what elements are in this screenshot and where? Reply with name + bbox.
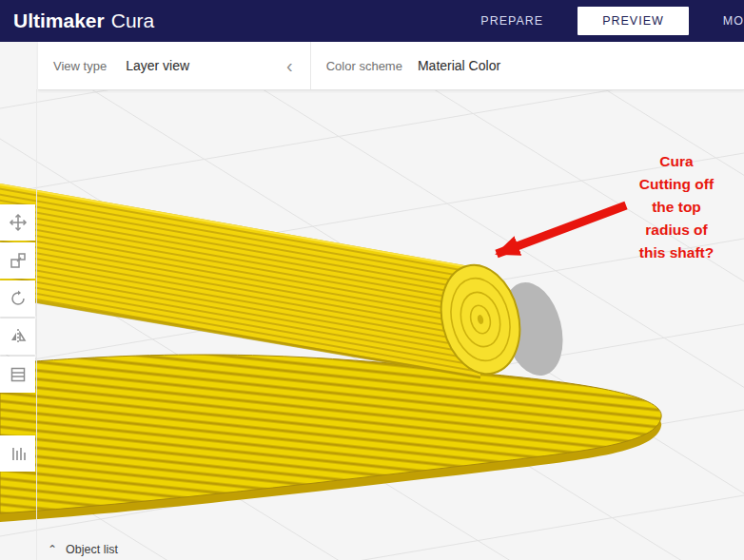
color-scheme-label: Color scheme bbox=[326, 59, 402, 73]
annotation-line: the top bbox=[609, 196, 744, 219]
tool-panel bbox=[0, 204, 36, 473]
app-header: UltimakerCura PREPARE PREVIEW MON bbox=[0, 0, 744, 42]
mirror-tool-button[interactable] bbox=[0, 319, 35, 355]
support-blocker-tool-button[interactable] bbox=[0, 435, 35, 472]
collapse-panel-chevron-icon[interactable]: ‹ bbox=[281, 56, 299, 75]
brand-cura: Cura bbox=[111, 10, 155, 31]
stage-tabs: PREPARE PREVIEW MON bbox=[477, 0, 744, 42]
view-type-label: View type bbox=[53, 59, 107, 73]
brand-ultimaker: Ultimaker bbox=[13, 10, 105, 31]
annotation-arrow bbox=[497, 205, 626, 254]
tab-prepare[interactable]: PREPARE bbox=[477, 7, 547, 35]
mirror-icon bbox=[9, 327, 28, 346]
app-logo: UltimakerCura bbox=[13, 10, 154, 32]
tab-preview[interactable]: PREVIEW bbox=[578, 7, 689, 35]
rotate-tool-button[interactable] bbox=[0, 280, 35, 317]
scale-icon bbox=[9, 251, 28, 270]
annotation-line: this shaft? bbox=[609, 241, 744, 264]
annotation-line: radius of bbox=[609, 219, 744, 241]
view-bar-divider bbox=[310, 42, 311, 89]
annotation-text: Cura Cutting off the top radius of this … bbox=[609, 150, 744, 264]
support-blocker-icon bbox=[9, 444, 28, 463]
move-icon bbox=[9, 213, 28, 232]
per-model-settings-icon bbox=[9, 365, 28, 384]
scale-tool-button[interactable] bbox=[0, 242, 35, 279]
object-list-label: Object list bbox=[66, 543, 118, 556]
view-type-dropdown[interactable]: Layer view bbox=[126, 58, 189, 73]
view-options-bar: View type Layer view ‹ Color scheme Mate… bbox=[38, 42, 744, 90]
chevron-up-icon: ⌃ bbox=[48, 545, 57, 554]
object-list-toggle[interactable]: ⌃ Object list bbox=[48, 543, 118, 556]
model-preview[interactable] bbox=[0, 183, 661, 522]
move-tool-button[interactable] bbox=[0, 204, 35, 241]
per-model-settings-tool-button[interactable] bbox=[0, 357, 35, 393]
shaft-body bbox=[0, 183, 480, 378]
annotation-line: Cura bbox=[609, 150, 744, 173]
annotation-line: Cutting off bbox=[609, 173, 744, 196]
color-scheme-dropdown[interactable]: Material Color bbox=[418, 58, 500, 73]
left-panel-divider bbox=[36, 89, 37, 560]
rotate-icon bbox=[9, 289, 28, 308]
cura-window: UltimakerCura PREPARE PREVIEW MON View t… bbox=[0, 0, 744, 560]
tab-monitor[interactable]: MON bbox=[719, 7, 744, 35]
